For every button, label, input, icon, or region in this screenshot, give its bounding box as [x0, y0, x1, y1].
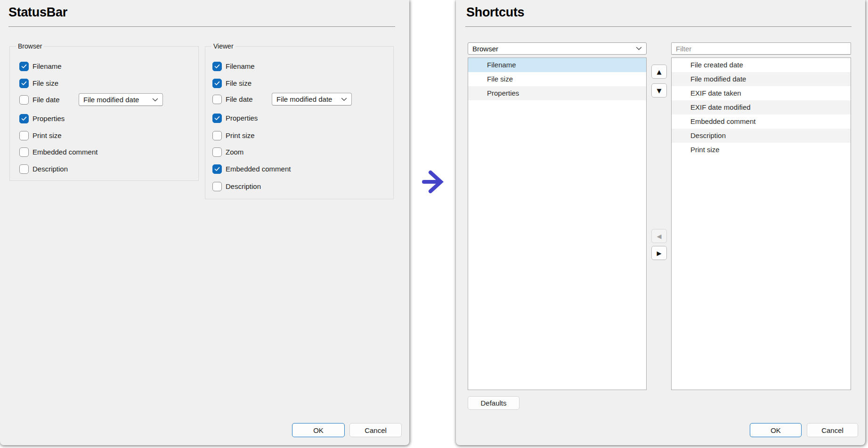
active-item-filename[interactable]: Filename — [468, 58, 646, 72]
checkbox-unchecked[interactable] — [212, 182, 222, 191]
cancel-button[interactable]: Cancel — [807, 423, 858, 437]
checkbox-label: Zoom — [226, 148, 243, 156]
available-item-file-modified-date[interactable]: File modified date — [672, 72, 851, 86]
checkbox-label: Description — [32, 165, 68, 173]
section-dropdown-value: Browser — [472, 45, 498, 53]
checkbox-label: Properties — [32, 114, 65, 122]
checkbox-unchecked[interactable] — [212, 131, 222, 140]
checkbox-label: File date — [226, 95, 253, 103]
shortcuts-dialog-title: Shortcuts — [466, 5, 524, 20]
viewer-group-label: Viewer — [211, 43, 235, 50]
checkbox-label: Description — [226, 182, 261, 190]
checkbox-row-embedded-comment[interactable]: Embedded comment — [212, 164, 291, 174]
available-item-file-created-date[interactable]: File created date — [672, 58, 851, 72]
filter-input[interactable] — [671, 42, 851, 55]
checkbox-row-embedded-comment[interactable]: Embedded comment — [19, 147, 97, 157]
file-date-type-dropdown[interactable]: File modified date — [79, 93, 163, 106]
move-up-button[interactable]: ▲ — [651, 65, 667, 79]
move-left-button[interactable]: ◀ — [651, 229, 667, 243]
active-item-file-size[interactable]: File size — [468, 72, 646, 86]
available-item-embedded-comment[interactable]: Embedded comment — [672, 114, 851, 129]
active-item-properties[interactable]: Properties — [468, 86, 646, 100]
chevron-down-icon — [636, 47, 642, 50]
section-dropdown[interactable]: Browser — [468, 42, 647, 55]
checkbox-checked[interactable] — [19, 114, 29, 123]
active-shortcuts-list: FilenameFile sizeProperties — [468, 57, 647, 390]
available-shortcuts-list: File created dateFile modified dateEXIF … — [671, 57, 851, 390]
statusbar-dialog-title: StatusBar — [8, 5, 67, 20]
chevron-down-icon — [152, 98, 158, 102]
checkbox-label: Print size — [32, 131, 62, 139]
checkbox-row-print-size[interactable]: Print size — [19, 130, 62, 140]
checkbox-label: File date — [32, 96, 60, 104]
checkbox-row-file-size[interactable]: File size — [212, 78, 251, 88]
checkbox-row-zoom[interactable]: Zoom — [212, 147, 243, 157]
viewer-group: Viewer FilenameFile sizeFile dateFile mo… — [205, 46, 394, 199]
browser-group-label: Browser — [16, 43, 44, 50]
dropdown-value: File modified date — [83, 96, 139, 104]
triangle-up-icon: ▲ — [657, 68, 662, 75]
checkbox-row-file-size[interactable]: File size — [19, 78, 58, 88]
checkbox-row-description[interactable]: Description — [19, 164, 68, 174]
available-item-exif-date-taken[interactable]: EXIF date taken — [672, 86, 851, 100]
checkbox-row-properties[interactable]: Properties — [212, 113, 258, 123]
checkbox-checked[interactable] — [212, 114, 222, 123]
move-down-button[interactable]: ▼ — [651, 83, 667, 98]
checkbox-label: File size — [226, 79, 251, 87]
file-date-type-dropdown[interactable]: File modified date — [272, 93, 352, 106]
checkbox-row-filename[interactable]: Filename — [19, 61, 62, 71]
triangle-right-icon: ▶ — [657, 250, 662, 257]
browser-group: Browser FilenameFile sizeFile dateFile m… — [9, 46, 199, 181]
move-right-button[interactable]: ▶ — [651, 246, 667, 260]
title-separator — [8, 26, 395, 27]
checkbox-label: Filename — [32, 62, 62, 70]
checkbox-row-filename[interactable]: Filename — [212, 61, 255, 71]
checkbox-unchecked[interactable] — [19, 164, 29, 174]
ok-button[interactable]: OK — [750, 423, 802, 437]
checkbox-label: Embedded comment — [32, 148, 97, 156]
checkbox-label: File size — [32, 79, 58, 87]
checkbox-label: Filename — [226, 62, 255, 70]
checkbox-row-print-size[interactable]: Print size — [212, 130, 255, 140]
defaults-button[interactable]: Defaults — [468, 396, 519, 410]
checkbox-row-file-date[interactable]: File dateFile modified date — [212, 94, 253, 104]
cancel-button[interactable]: Cancel — [349, 423, 402, 437]
checkbox-unchecked[interactable] — [212, 95, 222, 104]
checkbox-checked[interactable] — [212, 79, 222, 88]
checkbox-row-description[interactable]: Description — [212, 181, 261, 191]
shortcuts-dialog: Shortcuts Browser FilenameFile sizePrope… — [456, 0, 865, 445]
checkbox-unchecked[interactable] — [212, 147, 222, 157]
checkbox-row-file-date[interactable]: File dateFile modified date — [19, 95, 60, 105]
statusbar-dialog: StatusBar Browser FilenameFile sizeFile … — [0, 0, 409, 445]
checkbox-label: Properties — [226, 114, 258, 122]
chevron-down-icon — [341, 98, 347, 101]
triangle-down-icon: ▼ — [657, 87, 662, 94]
checkbox-unchecked[interactable] — [19, 131, 29, 140]
available-item-print-size[interactable]: Print size — [672, 143, 851, 157]
checkbox-checked[interactable] — [212, 62, 222, 71]
checkbox-row-properties[interactable]: Properties — [19, 114, 65, 123]
checkbox-checked[interactable] — [212, 164, 222, 174]
checkbox-label: Print size — [226, 131, 255, 139]
available-item-exif-date-modified[interactable]: EXIF date modified — [672, 100, 851, 114]
checkbox-unchecked[interactable] — [19, 95, 29, 105]
title-separator — [465, 26, 852, 27]
triangle-left-icon: ◀ — [657, 233, 662, 240]
available-item-description[interactable]: Description — [672, 129, 851, 143]
right-arrow-icon — [421, 169, 446, 195]
checkbox-label: Embedded comment — [226, 165, 291, 173]
dropdown-value: File modified date — [276, 95, 332, 103]
checkbox-checked[interactable] — [19, 79, 29, 88]
checkbox-unchecked[interactable] — [19, 147, 29, 157]
checkbox-checked[interactable] — [19, 62, 29, 71]
ok-button[interactable]: OK — [292, 423, 345, 437]
